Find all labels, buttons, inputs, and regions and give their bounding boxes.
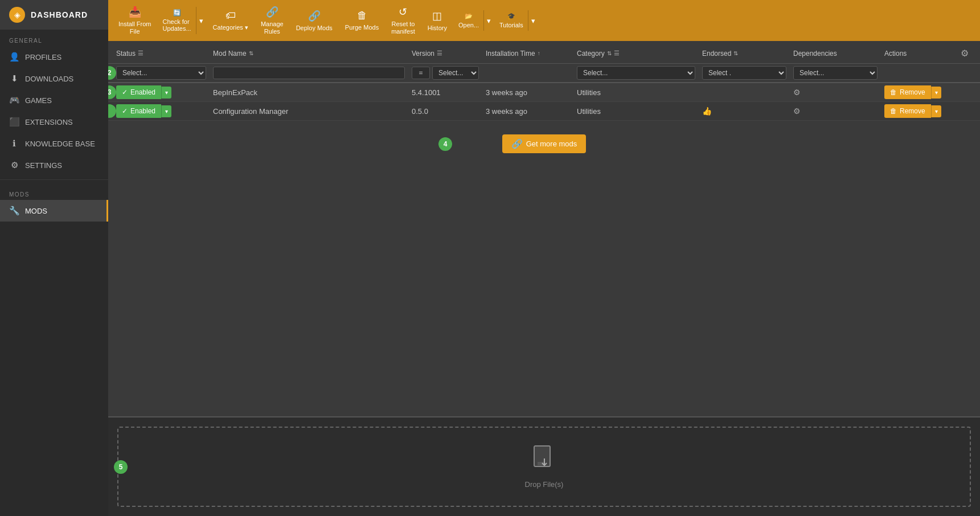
sidebar-item-mods[interactable]: 🔧 MODS [0,200,108,222]
sidebar-header: ◈ DASHBOARD [0,0,108,30]
table-settings-gear-icon[interactable]: ⚙ [958,46,971,61]
remove-button-group-0: 🗑 Remove ▾ [884,85,952,99]
version-filter-cell: Select... [408,66,482,80]
open-dropdown[interactable]: ▾ [483,10,494,31]
sidebar-item-extensions[interactable]: ⬛ EXTENSIONS [0,111,108,133]
user-icon: 👤 [9,52,19,62]
check-icon: ✓ [122,88,128,96]
mods-table-area: Status ☰ Mod Name ⇅ Version ☰ Installati… [108,41,980,416]
modname-header-label: Mod Name [213,50,247,58]
check-updates-group: 🔄 Check forUpdates... ▾ [158,7,206,34]
table-header: Status ☰ Mod Name ⇅ Version ☰ Installati… [108,41,980,64]
endorsed-filter-select[interactable]: Select . [702,66,786,80]
modname-filter-input[interactable] [213,67,405,79]
remove-label-0: Remove [900,88,925,96]
mod-version-cell-0: 5.4.1001 [408,88,482,97]
version-filter-icon[interactable]: ☰ [437,50,442,57]
sidebar-item-games[interactable]: 🎮 GAMES [0,89,108,111]
category-filter-select[interactable]: Select... [577,66,695,80]
sidebar-item-settings[interactable]: ⚙ SETTINGS [0,154,108,176]
sidebar-item-label: EXTENSIONS [25,118,73,126]
mod-installtime-cell-1: 3 weeks ago [482,107,573,116]
sidebar-divider [0,179,108,180]
remove-main-button-1[interactable]: 🗑 Remove [884,104,931,118]
dependencies-header-label: Dependencies [793,50,837,58]
category-filter-icon[interactable]: ☰ [614,50,620,57]
enabled-main-button-1[interactable]: ✓ Enabled [116,104,161,118]
download-icon: ⬇ [9,73,19,84]
main-area: 1 📥 Install FromFile 🔄 Check forUpdates.… [108,0,980,516]
installtime-sort-icon[interactable]: ↑ [538,50,540,56]
content-area: Status ☰ Mod Name ⇅ Version ☰ Installati… [108,41,980,516]
sidebar-item-label: GAMES [25,96,52,105]
mod-dep-cell-1: ⚙ [790,107,881,116]
enabled-button-group-1: ✓ Enabled ▾ [116,104,206,118]
mod-version-cell-1: 0.5.0 [408,107,482,116]
enabled-dropdown-button-1[interactable]: ▾ [161,105,171,117]
category-sort-icon[interactable]: ⇅ [607,50,612,56]
history-button[interactable]: ◫ History [422,6,453,35]
remove-dropdown-button-1[interactable]: ▾ [931,105,941,117]
table-row: 3 ✓ Enabled ▾ BepInExPack 5.4.1001 [108,83,980,102]
get-more-mods-button[interactable]: 🔗 Get more mods [502,134,587,153]
tutorials-dropdown[interactable]: ▾ [528,10,538,31]
enabled-label-1: Enabled [130,107,155,115]
drop-zone[interactable]: Drop File(s) [117,427,971,507]
enabled-button-group-0: ✓ Enabled ▾ [116,85,206,99]
categories-button[interactable]: 🏷 Categories ▾ [207,6,254,35]
sidebar-item-knowledge-base[interactable]: ℹ KNOWLEDGE BASE [0,133,108,154]
install-icon: 📥 [129,6,141,18]
sidebar-item-label: KNOWLEDGE BASE [25,140,95,148]
dependency-icon-1[interactable]: ⚙ [793,107,801,116]
mod-endorsed-cell-1: 👍 [699,107,790,116]
endorsed-header-label: Endorsed [702,50,731,58]
check-updates-label: Check forUpdates... [162,18,191,32]
version-eq-input[interactable] [412,67,430,79]
endorsed-filter-cell: Select . [699,66,790,80]
status-filter-icon[interactable]: ☰ [138,50,143,57]
manage-rules-button[interactable]: 🔗 ManageRules [255,2,289,39]
status-filter-select[interactable]: Select... [116,66,206,80]
installtime-header-label: Installation Time [486,50,535,58]
version-header-label: Version [412,50,434,58]
open-button[interactable]: 📂 Open... [454,10,483,31]
dependency-icon-0[interactable]: ⚙ [793,88,801,97]
enabled-main-button-0[interactable]: ✓ Enabled [116,85,161,99]
mod-installtime-1: 3 weeks ago [486,107,527,116]
games-icon: 🎮 [9,95,19,105]
remove-main-button-0[interactable]: 🗑 Remove [884,85,931,99]
dependencies-filter-select[interactable]: Select... [793,66,878,80]
enabled-dropdown-button-0[interactable]: ▾ [161,87,171,99]
check-updates-dropdown[interactable]: ▾ [196,7,206,34]
endorsed-sort-icon[interactable]: ⇅ [733,50,738,56]
mods-icon: 🔧 [9,206,19,216]
drop-zone-label: Drop File(s) [525,480,564,489]
sidebar-item-profiles[interactable]: 👤 PROFILES [0,46,108,68]
col-header-settings: ⚙ [955,41,975,63]
mod-installtime-0: 3 weeks ago [486,88,527,97]
mod-name-1: Configuration Manager [213,107,288,116]
reset-manifest-button[interactable]: ↺ Reset tomanifest [386,2,421,39]
col-header-status: Status ☰ [113,45,210,60]
modname-sort-icon[interactable]: ⇅ [249,50,253,56]
col-header-dependencies: Dependencies [790,45,881,60]
purge-mods-button[interactable]: 🗑 Purge Mods [339,6,384,35]
thumbs-up-icon-1[interactable]: 👍 [702,107,712,116]
tutorials-button[interactable]: 🎓 Tutorials [495,10,528,31]
get-more-area: 4 🔗 Get more mods [108,121,980,167]
sidebar-item-downloads[interactable]: ⬇ DOWNLOADS [0,68,108,89]
remove-dropdown-button-0[interactable]: ▾ [931,87,941,99]
status-header-label: Status [116,50,136,58]
extensions-icon: ⬛ [9,117,19,127]
install-from-file-button[interactable]: 1 📥 Install FromFile [113,2,157,39]
drop-zone-container: 5 Drop File(s) [108,416,980,516]
mod-category-1: Utilities [577,107,601,116]
version-filter-select[interactable]: Select... [432,66,479,80]
check-updates-button[interactable]: 🔄 Check forUpdates... [158,7,195,34]
categories-label: Categories ▾ [213,24,248,31]
mod-category-0: Utilities [577,88,601,97]
categories-icon: 🏷 [225,10,236,22]
sidebar-item-label: SETTINGS [25,161,62,170]
deploy-mods-button[interactable]: 🔗 Deploy Mods [290,6,338,35]
section-label-mods: MODS [0,183,108,200]
